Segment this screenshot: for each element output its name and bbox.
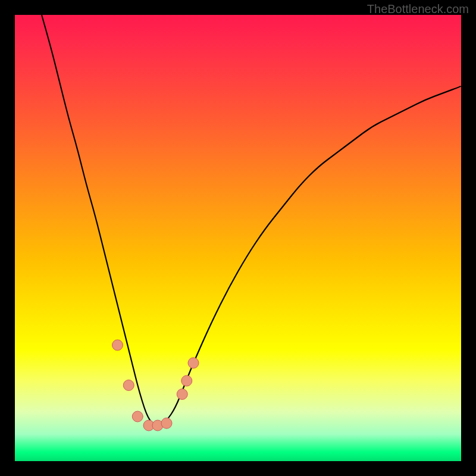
- data-marker: [181, 375, 192, 386]
- data-marker: [132, 411, 143, 422]
- data-marker: [177, 389, 187, 400]
- data-marker: [188, 358, 199, 368]
- marker-group: [112, 340, 199, 431]
- data-marker: [161, 418, 172, 428]
- data-marker: [112, 340, 123, 350]
- bottleneck-curve: [42, 15, 461, 424]
- watermark-text: TheBottleneck.com: [367, 2, 469, 16]
- chart-svg: [15, 15, 461, 461]
- chart-container: TheBottleneck.com: [0, 0, 476, 476]
- plot-area: [15, 15, 461, 461]
- data-marker: [123, 380, 134, 391]
